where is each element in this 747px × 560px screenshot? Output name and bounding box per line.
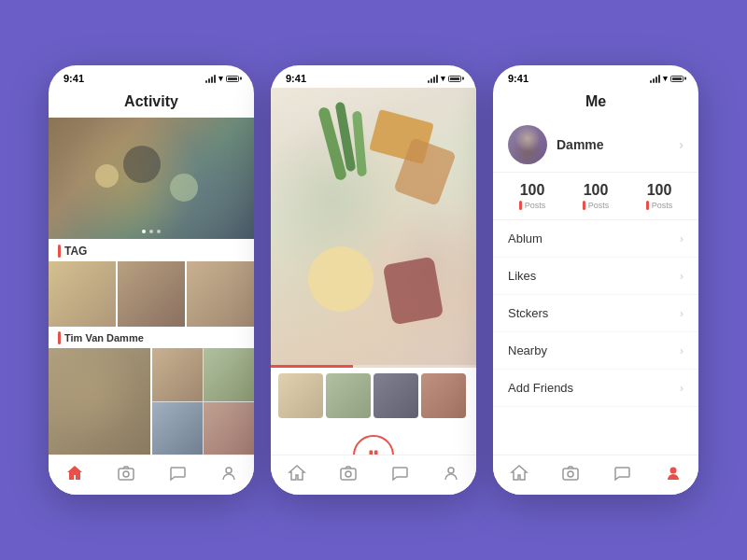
bottom-photo-left[interactable] <box>49 348 150 455</box>
nav-profile-1[interactable] <box>218 463 239 483</box>
bottom-nav-3 <box>493 455 698 495</box>
menu-chevron-add-friends: › <box>680 382 684 395</box>
nav-home-3[interactable] <box>509 463 529 483</box>
menu-item-album[interactable]: Ablum › <box>493 220 698 258</box>
sub-photo-4[interactable] <box>204 402 254 455</box>
signal-icon-3 <box>650 75 660 83</box>
stat-3: 100 Posts <box>646 182 673 210</box>
grid-photo-3[interactable] <box>187 261 254 327</box>
nav-camera-1[interactable] <box>116 463 136 483</box>
tag-row-1: TAG <box>49 239 254 261</box>
stat-dot-3 <box>646 201 649 210</box>
activity-content: TAG Tim Van Damme <box>49 118 254 455</box>
food-dark <box>383 257 444 326</box>
svg-point-4 <box>226 468 232 473</box>
food-blob-1 <box>123 146 161 183</box>
stat-label-row-1: Posts <box>519 201 546 210</box>
menu-list: Ablum › Likes › Stckers › Nearby › Add F… <box>493 220 698 455</box>
phone-viewer: 9:41 ▾ <box>271 65 476 495</box>
nav-chat-3[interactable] <box>612 463 632 483</box>
stat-number-2: 100 <box>584 182 609 199</box>
sub-photo-2[interactable] <box>204 348 254 401</box>
thumb-3[interactable] <box>374 373 418 418</box>
player-controls <box>271 424 476 455</box>
stat-dot-1 <box>519 201 522 210</box>
name-row-1: Tim Van Damme <box>49 327 254 348</box>
tag-label-1: TAG <box>64 245 87 258</box>
avatar-image <box>508 125 547 164</box>
stat-number-3: 100 <box>647 182 672 199</box>
nav-camera-3[interactable] <box>560 463 581 483</box>
grid-photo-1[interactable] <box>49 261 116 327</box>
food-round <box>308 246 374 312</box>
profile-chevron: › <box>679 137 684 152</box>
profile-name: Damme <box>557 137 669 152</box>
sub-photo-1[interactable] <box>152 348 203 401</box>
svg-point-9 <box>448 468 454 473</box>
menu-item-stickers[interactable]: Stckers › <box>493 295 698 332</box>
menu-chevron-album: › <box>680 232 684 245</box>
menu-item-nearby[interactable]: Nearby › <box>493 332 698 370</box>
nav-home-1[interactable] <box>64 463 85 483</box>
menu-chevron-nearby: › <box>680 344 684 357</box>
stat-number-1: 100 <box>520 182 545 199</box>
menu-label-likes: Likes <box>508 269 536 283</box>
pause-button[interactable] <box>353 435 394 455</box>
progress-bar <box>271 365 476 368</box>
activity-header: Activity <box>49 88 254 118</box>
bottom-photos-1 <box>49 348 254 455</box>
red-bar-tag <box>58 245 61 258</box>
nav-profile-2[interactable] <box>441 463 461 483</box>
svg-point-12 <box>669 468 676 474</box>
thumbnails-strip <box>271 368 476 424</box>
main-photo[interactable] <box>271 88 476 368</box>
menu-item-likes[interactable]: Likes › <box>493 258 698 295</box>
profile-row[interactable]: Damme › <box>493 118 698 173</box>
nav-chat-1[interactable] <box>167 463 188 483</box>
activity-title: Activity <box>124 93 178 110</box>
phone-activity: 9:41 ▾ Activity <box>49 65 254 495</box>
thumb-4[interactable] <box>421 373 466 418</box>
thumb-1[interactable] <box>278 373 323 418</box>
stat-dot-2 <box>583 201 585 210</box>
time-2: 9:41 <box>286 73 306 84</box>
battery-icon-1 <box>226 76 239 82</box>
food-blob-3 <box>170 174 198 202</box>
svg-rect-2 <box>119 469 134 480</box>
battery-icon-3 <box>670 76 684 82</box>
thumb-2[interactable] <box>326 373 371 418</box>
avatar <box>508 125 547 164</box>
wifi-icon-3: ▾ <box>663 74 668 83</box>
me-header: Me <box>493 88 698 118</box>
stat-label-row-2: Posts <box>583 201 610 210</box>
wifi-icon-1: ▾ <box>218 74 223 83</box>
status-icons-3: ▾ <box>650 74 684 83</box>
signal-icon-2 <box>428 75 438 83</box>
stat-2: 100 Posts <box>583 182 610 210</box>
menu-chevron-likes: › <box>680 270 684 283</box>
signal-icon-1 <box>205 75 216 83</box>
stats-row: 100 Posts 100 Posts 100 Posts <box>493 173 698 220</box>
nav-home-2[interactable] <box>287 463 307 483</box>
time-3: 9:41 <box>508 73 529 84</box>
grid-photo-2[interactable] <box>118 261 185 327</box>
wifi-icon-2: ▾ <box>441 74 445 83</box>
stat-label-row-3: Posts <box>646 201 673 210</box>
stat-label-3: Posts <box>652 201 673 210</box>
svg-point-8 <box>345 471 351 477</box>
grid-photos-1 <box>49 261 254 327</box>
nav-chat-2[interactable] <box>389 463 410 483</box>
viewer-content <box>271 88 476 455</box>
status-bar-3: 9:41 ▾ <box>493 65 698 88</box>
status-icons-2: ▾ <box>428 74 461 83</box>
nav-camera-2[interactable] <box>338 463 359 483</box>
red-bar-name <box>58 331 61 344</box>
svg-point-11 <box>568 471 573 477</box>
nav-profile-3-active[interactable] <box>663 463 684 483</box>
sub-photo-3[interactable] <box>152 402 203 455</box>
stat-label-2: Posts <box>588 201 610 210</box>
menu-item-add-friends[interactable]: Add Friends › <box>493 370 698 407</box>
status-icons-1: ▾ <box>205 74 239 83</box>
bottom-photo-right[interactable] <box>152 348 254 455</box>
hero-image-1[interactable] <box>49 118 254 239</box>
